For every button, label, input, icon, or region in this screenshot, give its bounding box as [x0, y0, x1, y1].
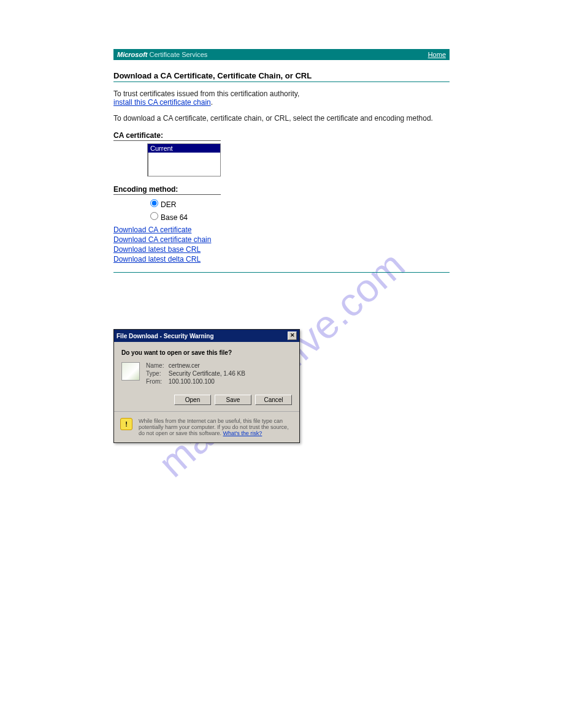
name-value: certnew.cer [169, 362, 200, 369]
intro-line1: To trust certificates issued from this c… [113, 89, 299, 98]
download-ca-cert-link[interactable]: Download CA certificate [113, 226, 450, 234]
intro-paragraph: To trust certificates issued from this c… [113, 89, 450, 107]
encoding-radio-group: DER Base 64 [147, 197, 450, 222]
download-links: Download CA certificate Download CA cert… [113, 226, 450, 264]
download-base-crl-link[interactable]: Download latest base CRL [113, 245, 450, 254]
from-label: From: [146, 378, 167, 385]
download-ca-chain-link[interactable]: Download CA certificate chain [113, 235, 450, 244]
dialog-buttons: Open Save Cancel [121, 395, 292, 405]
dialog-question: Do you want to open or save this file? [121, 349, 292, 356]
close-icon[interactable]: ✕ [288, 332, 297, 340]
ca-cert-selected-item[interactable]: Current [148, 144, 220, 153]
radio-der[interactable] [150, 199, 158, 207]
whats-the-risk-link[interactable]: What's the risk? [223, 430, 262, 436]
file-download-dialog: File Download - Security Warning ✕ Do yo… [113, 329, 300, 443]
type-value: Security Certificate, 1.46 KB [169, 370, 245, 377]
dialog-title-text: File Download - Security Warning [117, 333, 214, 339]
dialog-title-bar: File Download - Security Warning ✕ [114, 330, 299, 342]
from-value: 100.100.100.100 [169, 378, 215, 385]
type-label: Type: [146, 370, 167, 377]
brand: Microsoft Certificate Services [117, 51, 207, 58]
radio-base64[interactable] [150, 212, 158, 220]
warning-body: While files from the Internet can be use… [139, 418, 289, 436]
page-title: Download a CA Certificate, Certificate C… [113, 71, 450, 82]
save-button[interactable]: Save [215, 395, 251, 405]
radio-der-text: DER [161, 200, 176, 209]
encoding-label: Encoding method: [113, 185, 178, 194]
home-link[interactable]: Home [428, 51, 446, 58]
cancel-button[interactable]: Cancel [255, 395, 292, 405]
name-label: Name: [146, 362, 167, 369]
dialog-file-row: Name: certnew.cer Type: Security Certifi… [121, 362, 292, 386]
dialog-file-meta: Name: certnew.cer Type: Security Certifi… [146, 362, 245, 386]
app-header: Microsoft Certificate Services Home [113, 49, 450, 60]
encoding-section: Encoding method: [113, 185, 221, 195]
radio-base64-text: Base 64 [161, 213, 188, 222]
ca-cert-listbox[interactable]: Current [147, 143, 221, 176]
dialog-body: Do you want to open or save this file? N… [114, 342, 299, 411]
warning-shield-icon: ! [120, 418, 132, 430]
radio-base64-label[interactable]: Base 64 [147, 210, 450, 222]
certificate-file-icon [121, 362, 140, 381]
brand-secondary: Certificate Services [148, 51, 208, 58]
brand-primary: Microsoft [117, 51, 148, 58]
divider [113, 272, 450, 273]
radio-der-label[interactable]: DER [147, 197, 450, 209]
install-chain-link[interactable]: install this CA certificate chain [113, 98, 211, 107]
ca-cert-section: CA certificate: [113, 131, 221, 141]
dialog-footer: ! While files from the Internet can be u… [114, 411, 299, 442]
intro-period: . [211, 98, 213, 107]
instructions-text: To download a CA certificate, certificat… [113, 114, 450, 123]
open-button[interactable]: Open [174, 395, 211, 405]
download-delta-crl-link[interactable]: Download latest delta CRL [113, 255, 450, 264]
dialog-warning-text: While files from the Internet can be use… [139, 418, 293, 436]
ca-cert-label: CA certificate: [113, 131, 163, 140]
